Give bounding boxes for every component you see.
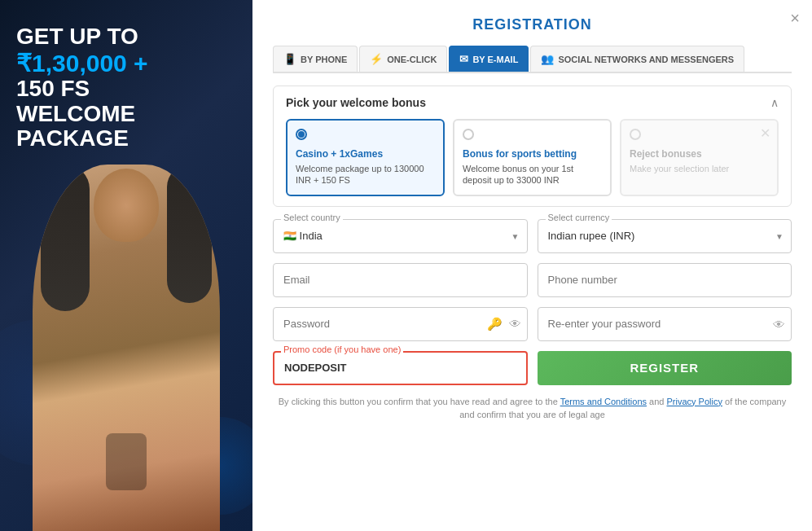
repassword-eye-icon[interactable]: 👁 xyxy=(773,317,785,331)
promo-line5: PACKAGE xyxy=(16,126,148,151)
bonus-collapse-icon[interactable]: ∧ xyxy=(770,96,779,109)
phone-group xyxy=(538,263,792,297)
reject-bonus-desc: Make your selection later xyxy=(630,163,769,174)
close-button[interactable]: × xyxy=(790,10,800,26)
email-phone-row xyxy=(273,263,792,297)
repassword-group: 👁 xyxy=(538,307,792,341)
email-tab-icon: ✉ xyxy=(459,53,468,65)
registration-modal: × REGISTRATION 📱 BY PHONE ⚡ ONE-CLICK ✉ … xyxy=(252,0,812,531)
promo-line2: ₹1,30,000 + xyxy=(16,50,148,77)
tab-one-click-label: ONE-CLICK xyxy=(387,55,437,64)
oneclick-tab-icon: ⚡ xyxy=(370,53,383,65)
promo-group: Promo code (if you have one) xyxy=(273,351,528,385)
password-group: 🔑 👁 xyxy=(273,307,528,341)
promo-line4: WELCOME xyxy=(16,102,148,127)
terms-conditions-link[interactable]: Terms and Conditions xyxy=(560,397,647,406)
tab-by-phone-label: BY PHONE xyxy=(301,55,347,64)
tab-by-email-label: BY E-MAIL xyxy=(472,55,518,64)
casino-bonus-title: Casino + 1xGames xyxy=(296,148,435,160)
casino-bonus-desc: Welcome package up to 130000 INR + 150 F… xyxy=(296,163,435,187)
bonus-card-casino[interactable]: Casino + 1xGames Welcome package up to 1… xyxy=(286,119,445,196)
country-select-wrapper: 🇮🇳 India xyxy=(273,219,528,253)
woman-figure xyxy=(33,165,220,531)
hero-image xyxy=(0,156,252,531)
country-label: Select country xyxy=(281,213,343,222)
tab-by-phone[interactable]: 📱 BY PHONE xyxy=(273,46,358,72)
reject-bonus-title: Reject bonuses xyxy=(630,148,769,160)
currency-select-wrapper: Indian rupee (INR) xyxy=(538,219,792,253)
email-group xyxy=(273,263,528,297)
password-row: 🔑 👁 👁 xyxy=(273,307,792,341)
repassword-icons: 👁 xyxy=(773,317,785,331)
tab-social-label: SOCIAL NETWORKS AND MESSENGERS xyxy=(558,55,734,64)
tab-by-email[interactable]: ✉ BY E-MAIL xyxy=(449,46,529,72)
modal-title: REGISTRATION xyxy=(273,16,792,33)
reject-radio xyxy=(630,129,641,140)
promo-label: Promo code (if you have one) xyxy=(281,344,403,354)
bonus-title: Pick your welcome bonus xyxy=(286,96,426,109)
promo-line1: GET UP TO xyxy=(16,24,148,50)
promo-line3: 150 FS xyxy=(16,77,148,102)
key-icon[interactable]: 🔑 xyxy=(487,317,503,331)
registration-tabs: 📱 BY PHONE ⚡ ONE-CLICK ✉ BY E-MAIL 👥 SOC… xyxy=(273,46,792,73)
tab-one-click[interactable]: ⚡ ONE-CLICK xyxy=(359,46,447,72)
register-button[interactable]: REGISTER xyxy=(538,351,792,385)
privacy-policy-link[interactable]: Privacy Policy xyxy=(667,397,722,406)
bonus-section: Pick your welcome bonus ∧ Casino + 1xGam… xyxy=(273,86,792,207)
main-container: GET UP TO ₹1,30,000 + 150 FS WELCOME PAC… xyxy=(0,0,812,531)
social-tab-icon: 👥 xyxy=(541,53,554,65)
sports-bonus-title: Bonus for sports betting xyxy=(463,148,602,160)
eye-slash-icon[interactable]: 👁 xyxy=(509,317,521,331)
country-group: Select country 🇮🇳 India xyxy=(273,219,528,253)
terms-text: By clicking this button you confirm that… xyxy=(273,395,792,422)
currency-select[interactable]: Indian rupee (INR) xyxy=(538,219,792,253)
country-select[interactable]: 🇮🇳 India xyxy=(273,219,528,253)
terms-before: By clicking this button you confirm that… xyxy=(279,397,560,406)
country-currency-row: Select country 🇮🇳 India Select currency … xyxy=(273,219,792,253)
left-panel: GET UP TO ₹1,30,000 + 150 FS WELCOME PAC… xyxy=(0,0,252,531)
reject-x-icon: ✕ xyxy=(760,125,770,141)
promo-text: GET UP TO ₹1,30,000 + 150 FS WELCOME PAC… xyxy=(16,24,148,151)
currency-label: Select currency xyxy=(546,213,612,222)
bonus-card-reject[interactable]: ✕ Reject bonuses Make your selection lat… xyxy=(620,119,779,196)
phone-input[interactable] xyxy=(538,263,792,297)
casino-radio xyxy=(296,129,307,140)
bonus-header: Pick your welcome bonus ∧ xyxy=(286,96,779,109)
repassword-input[interactable] xyxy=(538,307,792,341)
bonus-card-sports[interactable]: Bonus for sports betting Welcome bonus o… xyxy=(453,119,612,196)
currency-group: Select currency Indian rupee (INR) xyxy=(538,219,792,253)
promo-register-row: Promo code (if you have one) REGISTER xyxy=(273,351,792,385)
sports-radio xyxy=(463,129,474,140)
bonus-cards: Casino + 1xGames Welcome package up to 1… xyxy=(286,119,779,196)
password-icons: 🔑 👁 xyxy=(487,317,521,331)
sports-bonus-desc: Welcome bonus on your 1st deposit up to … xyxy=(463,163,602,187)
promo-input[interactable] xyxy=(273,351,528,385)
email-input[interactable] xyxy=(273,263,528,297)
phone-tab-icon: 📱 xyxy=(283,53,296,65)
terms-between: and xyxy=(647,397,666,406)
tab-social[interactable]: 👥 SOCIAL NETWORKS AND MESSENGERS xyxy=(530,46,744,72)
